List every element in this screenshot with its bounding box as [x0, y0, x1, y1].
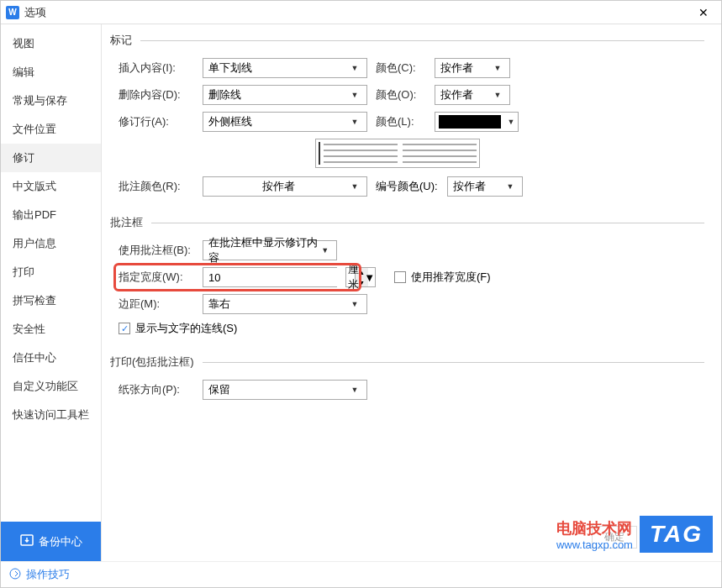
section-print-legend: 打印(包括批注框) [110, 354, 203, 370]
margin-value: 靠右 [208, 297, 230, 312]
tips-label: 操作技巧 [26, 567, 70, 582]
sidebar-item-export-pdf[interactable]: 输出PDF [1, 201, 101, 229]
orient-value: 保留 [208, 382, 230, 397]
chevron-down-icon: ▼ [491, 64, 504, 72]
watermark-line1: 电脑技术网 [556, 519, 633, 538]
svg-point-1 [10, 569, 20, 579]
chevron-down-icon: ▼ [348, 64, 361, 72]
tipbar[interactable]: 操作技巧 [1, 561, 721, 587]
sidebar-item-chinese-layout[interactable]: 中文版式 [1, 172, 101, 201]
delete-combo[interactable]: 删除线 ▼ [203, 85, 367, 105]
recommend-width-label: 使用推荐宽度(F) [411, 270, 491, 285]
insert-combo[interactable]: 单下划线 ▼ [203, 58, 367, 78]
chevron-down-icon: ▼ [504, 118, 518, 126]
revise-value: 外侧框线 [208, 114, 252, 129]
sidebar: 视图 编辑 常规与保存 文件位置 修订 中文版式 输出PDF 用户信息 打印 拼… [1, 24, 102, 561]
titlebar: W 选项 ✕ [1, 1, 721, 24]
chevron-down-icon: ▼ [348, 118, 361, 126]
margin-label: 边距(M): [119, 297, 194, 312]
color-c-combo[interactable]: 按作者 ▼ [435, 58, 510, 78]
annot-color-value: 按作者 [208, 179, 348, 194]
margin-combo[interactable]: 靠右 ▼ [203, 294, 367, 314]
content-panel: 标记 插入内容(I): 单下划线 ▼ 颜色(C): 按作者 ▼ 删除内容(D): [102, 24, 721, 561]
watermark: 电脑技术网 www.tagxp.com TAG [556, 516, 713, 553]
sidebar-item-print[interactable]: 打印 [1, 258, 101, 286]
num-color-value: 按作者 [453, 179, 486, 194]
annot-color-label: 批注颜色(R): [119, 179, 194, 194]
chevron-down-icon: ▼ [348, 182, 361, 191]
num-color-label: 编号颜色(U): [376, 179, 439, 194]
chevron-down-icon: ▼ [348, 386, 361, 394]
delete-label: 删除内容(D): [119, 87, 194, 102]
sidebar-item-edit[interactable]: 编辑 [1, 58, 101, 87]
sidebar-item-security[interactable]: 安全性 [1, 315, 101, 344]
use-box-value: 在批注框中显示修订内容 [208, 235, 319, 265]
backup-icon [20, 533, 34, 549]
color-c-label: 颜色(C): [376, 60, 426, 76]
chevron-down-icon: ▼ [503, 182, 517, 191]
sidebar-item-spellcheck[interactable]: 拼写检查 [1, 286, 101, 315]
sidebar-item-customize-ribbon[interactable]: 自定义功能区 [1, 372, 101, 401]
section-print: 打印(包括批注框) 纸张方向(P): 保留 ▼ [110, 354, 704, 413]
sidebar-item-file-location[interactable]: 文件位置 [1, 115, 101, 144]
show-line-checkbox[interactable]: ✓ [119, 323, 130, 334]
num-color-combo[interactable]: 按作者 ▼ [447, 176, 523, 197]
color-l-label: 颜色(L): [376, 114, 426, 129]
sample-preview [315, 139, 480, 168]
color-c-value: 按作者 [440, 60, 473, 76]
color-l-combo[interactable]: ▼ [435, 112, 519, 132]
section-box: 批注框 使用批注框(B): 在批注框中显示修订内容 ▼ 指定宽度(W): ▲ [110, 215, 704, 349]
use-box-label: 使用批注框(B): [119, 243, 194, 258]
delete-value: 删除线 [208, 87, 241, 102]
backup-label: 备份中心 [39, 534, 82, 549]
insert-label: 插入内容(I): [119, 60, 194, 76]
backup-center-button[interactable]: 备份中心 [1, 522, 101, 561]
use-box-combo[interactable]: 在批注框中显示修订内容 ▼ [203, 240, 337, 260]
width-input[interactable] [203, 268, 355, 286]
chevron-down-icon: ▼ [491, 91, 504, 99]
sidebar-item-user-info[interactable]: 用户信息 [1, 229, 101, 258]
chevron-down-icon: ▼ [319, 246, 331, 255]
recommend-width-checkbox[interactable] [394, 271, 406, 283]
sidebar-item-view[interactable]: 视图 [1, 29, 101, 58]
unit-value: 厘米 [348, 262, 364, 292]
chevron-down-icon: ▼ [364, 271, 375, 284]
chevron-down-icon: ▼ [348, 91, 361, 99]
orient-combo[interactable]: 保留 ▼ [203, 380, 367, 400]
color-o-value: 按作者 [440, 87, 473, 102]
watermark-tag: TAG [640, 516, 713, 553]
watermark-line2: www.tagxp.com [556, 538, 633, 553]
section-box-legend: 批注框 [110, 215, 151, 230]
color-swatch [439, 115, 501, 129]
width-label: 指定宽度(W): [119, 270, 194, 285]
annot-color-combo[interactable]: 按作者 ▼ [203, 176, 367, 197]
show-line-label: 显示与文字的连线(S) [135, 321, 237, 336]
window-title: 选项 [24, 5, 691, 20]
sidebar-item-general[interactable]: 常规与保存 [1, 87, 101, 115]
section-mark: 标记 插入内容(I): 单下划线 ▼ 颜色(C): 按作者 ▼ 删除内容(D): [110, 33, 704, 210]
chevron-down-icon: ▼ [348, 300, 361, 308]
insert-value: 单下划线 [208, 60, 252, 76]
sidebar-item-quick-access[interactable]: 快速访问工具栏 [1, 401, 101, 429]
close-button[interactable]: ✕ [691, 3, 716, 23]
color-o-combo[interactable]: 按作者 ▼ [435, 85, 510, 105]
width-spin[interactable]: ▲ ▼ [203, 267, 337, 287]
section-mark-legend: 标记 [110, 33, 140, 48]
unit-combo[interactable]: 厘米▼ [345, 267, 376, 287]
color-o-label: 颜色(O): [376, 87, 426, 102]
sidebar-item-revisions[interactable]: 修订 [1, 144, 101, 172]
tips-icon [9, 568, 21, 582]
orient-label: 纸张方向(P): [119, 382, 194, 397]
sidebar-item-trust-center[interactable]: 信任中心 [1, 344, 101, 372]
revise-label: 修订行(A): [119, 114, 194, 129]
app-icon: W [6, 6, 19, 19]
revise-combo[interactable]: 外侧框线 ▼ [203, 112, 367, 132]
